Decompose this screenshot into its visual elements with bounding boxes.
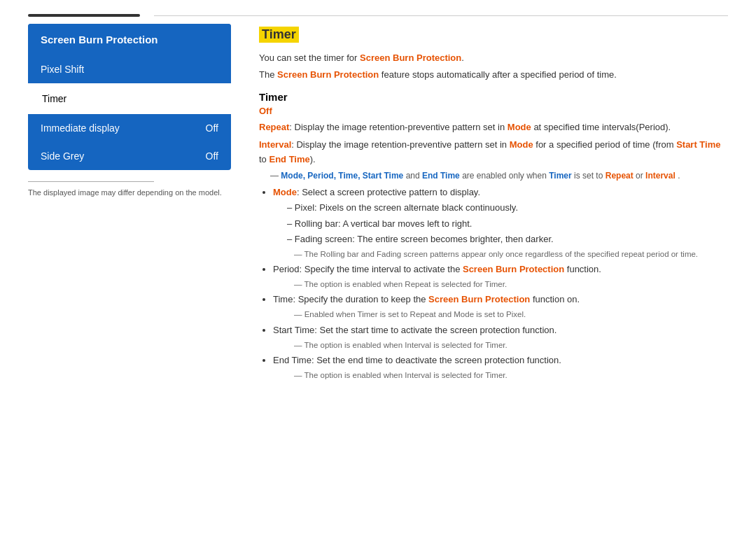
note1-end: End Time	[422, 171, 460, 181]
pixel-key: Pixel	[295, 202, 314, 213]
note1-post: .	[678, 171, 680, 181]
sidebar-item-timer-label: Timer	[42, 93, 66, 104]
sidebar-item-immediatedisplay-value: Off	[206, 122, 218, 134]
note1-or: or	[636, 171, 645, 181]
sub-pixel: Pixel: Pixels on the screen alternate bl…	[287, 200, 728, 216]
starttime-key: Start Time	[273, 325, 314, 335]
intro-line-1: You can set the timer for Screen Burn Pr…	[259, 51, 728, 65]
interval-desc-mid: for a specified period of time (from	[533, 139, 676, 150]
repeat-mode: Mode	[507, 122, 531, 132]
interval-desc: Interval: Display the image retention-pr…	[259, 138, 728, 167]
period-note: The option is enabled when Repeat is sel…	[294, 279, 728, 290]
repeat-key: Repeat	[259, 122, 289, 132]
top-bar-light-line	[154, 15, 728, 16]
time-text-pre: : Specify the duration to keep the	[293, 294, 428, 304]
period-text-post: function.	[564, 264, 601, 274]
starttime-text: : Set the start time to activate the scr…	[314, 325, 556, 335]
sidebar-item-sidegrey-value: Off	[206, 150, 218, 162]
period-key: Period	[273, 264, 300, 274]
note1-is: is set to	[574, 171, 606, 181]
interval-to: to	[259, 154, 269, 164]
interval-start: Start Time	[676, 139, 720, 150]
time-key: Time	[273, 294, 293, 304]
mode-sub-list: Pixel: Pixels on the screen alternate bl…	[287, 200, 728, 246]
top-bar	[0, 0, 756, 24]
intro2-link: Screen Burn Protection	[277, 69, 379, 80]
intro-line-2: The Screen Burn Protection feature stops…	[259, 68, 728, 82]
note1-interval: Interval	[645, 171, 676, 181]
time-sbp: Screen Burn Protection	[428, 294, 530, 304]
sidebar-item-pixelshift[interactable]: Pixel Shift	[28, 55, 231, 83]
repeat-desc: Repeat: Display the image retention-prev…	[259, 120, 728, 135]
repeat-desc-pre: : Display the image retention-preventive…	[289, 122, 507, 132]
content-area: Timer You can set the timer for Screen B…	[259, 24, 728, 384]
bullet-period: Period: Specify the time interval to act…	[273, 262, 728, 290]
mode-text: : Select a screen protective pattern to …	[297, 187, 480, 197]
fadingscreen-text: : The entire screen becomes brighter, th…	[352, 234, 553, 244]
sidebar-item-immediatedisplay-label: Immediate display	[41, 122, 120, 134]
period-text-pre: : Specify the time interval to activate …	[300, 264, 463, 274]
sidebar-divider	[28, 181, 154, 182]
sub-rollingbar: Rolling bar: A vertical bar moves left t…	[287, 216, 728, 232]
time-note: Enabled when Timer is set to Repeat and …	[294, 309, 728, 321]
sidebar-item-timer[interactable]: Timer	[28, 83, 231, 114]
repeat-desc-post: at specified time intervals(Period).	[531, 122, 671, 132]
intro2-pre: The	[259, 69, 277, 80]
intro1-post: .	[461, 52, 464, 63]
enabled-note: Mode, Period, Time, Start Time and End T…	[270, 169, 728, 182]
note1-terms: Mode, Period, Time, Start Time	[281, 171, 403, 181]
intro1-link: Screen Burn Protection	[360, 52, 461, 63]
interval-desc-pre: : Display the image retention-preventive…	[291, 139, 509, 150]
bullet-endtime: End Time: Set the end time to deactivate…	[273, 353, 728, 381]
intro2-post: feature stops automatically after a spec…	[379, 69, 617, 80]
note1-and: and	[406, 171, 422, 181]
sidebar-item-immediatedisplay[interactable]: Immediate display Off	[28, 114, 231, 142]
main-bullet-list: Mode: Select a screen protective pattern…	[273, 185, 728, 381]
fadingscreen-key: Fading screen	[295, 234, 352, 244]
note1-mid: are enabled only when	[462, 171, 549, 181]
sidebar-item-sidegrey[interactable]: Side Grey Off	[28, 142, 231, 170]
period-sbp: Screen Burn Protection	[463, 264, 564, 274]
mode-subnote: The Rolling bar and Fading screen patter…	[294, 248, 728, 260]
sidebar-title: Screen Burn Protection	[28, 24, 231, 55]
bullet-starttime: Start Time: Set the start time to activa…	[273, 323, 728, 351]
sidebar-note: The displayed image may differ depending…	[28, 188, 231, 198]
endtime-key: End Time	[273, 355, 312, 365]
intro1-pre: You can set the timer for	[259, 52, 360, 63]
sidebar-item-pixelshift-label: Pixel Shift	[41, 64, 84, 75]
sub-fadingscreen: Fading screen: The entire screen becomes…	[287, 232, 728, 247]
endtime-note: The option is enabled when Interval is s…	[294, 370, 728, 381]
mode-key: Mode	[273, 187, 297, 197]
time-text-post: function on.	[530, 294, 580, 304]
interval-mode: Mode	[510, 139, 533, 150]
sidebar: Screen Burn Protection Pixel Shift Timer…	[28, 24, 231, 384]
endtime-text: : Set the end time to deactivate the scr…	[312, 355, 561, 365]
note1-timer: Timer	[549, 171, 571, 181]
pixel-text: : Pixels on the screen alternate black c…	[314, 202, 518, 213]
bullet-time: Time: Specify the duration to keep the S…	[273, 292, 728, 321]
bullet-mode: Mode: Select a screen protective pattern…	[273, 185, 728, 260]
rollingbar-key: Rolling bar	[295, 218, 338, 229]
top-bar-dark-line	[28, 14, 140, 17]
sidebar-item-sidegrey-label: Side Grey	[41, 150, 84, 162]
status-off: Off	[259, 106, 728, 116]
rollingbar-text: : A vertical bar moves left to right.	[338, 218, 472, 229]
main-content: Screen Burn Protection Pixel Shift Timer…	[0, 24, 756, 384]
sidebar-panel: Screen Burn Protection Pixel Shift Timer…	[28, 24, 231, 170]
starttime-note: The option is enabled when Interval is s…	[294, 339, 728, 351]
note1-repeat: Repeat	[606, 171, 634, 181]
interval-post: ).	[310, 154, 316, 164]
content-title: Timer	[259, 27, 299, 43]
section-title: Timer	[259, 91, 728, 103]
interval-end: End Time	[269, 154, 309, 164]
interval-key: Interval	[259, 139, 291, 150]
